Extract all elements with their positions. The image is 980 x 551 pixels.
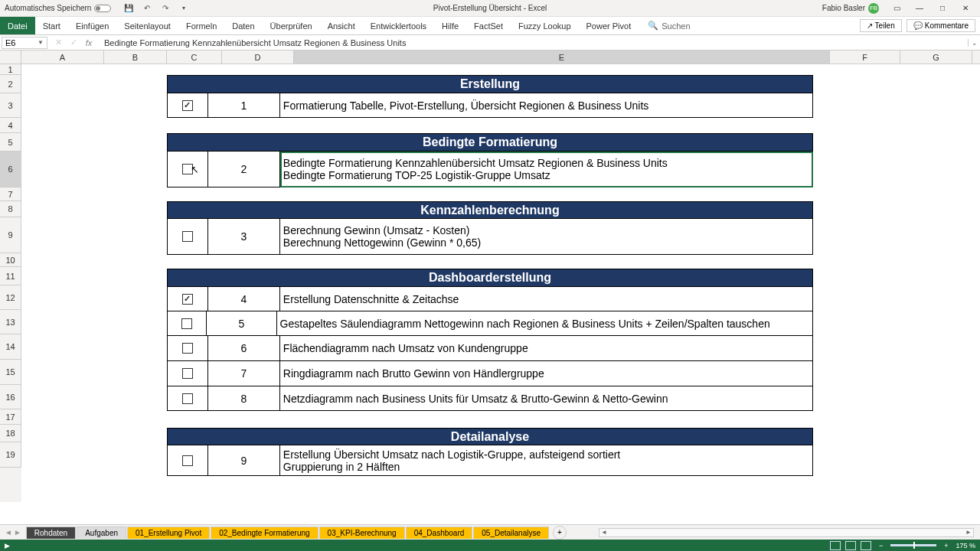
view-mode-icons[interactable]: [830, 541, 871, 550]
tab-ueberpruefen[interactable]: Überprüfen: [263, 17, 320, 34]
col-header-a[interactable]: A: [21, 51, 104, 64]
checkbox-cell[interactable]: [167, 93, 208, 118]
row-header-16[interactable]: 16: [0, 385, 21, 409]
zoom-out-icon[interactable]: −: [879, 542, 883, 549]
tab-ansicht[interactable]: Ansicht: [320, 17, 363, 34]
customize-qat-icon[interactable]: ▾: [178, 3, 189, 14]
tab-power-pivot[interactable]: Power Pivot: [579, 17, 639, 34]
sheet-tab-02[interactable]: 02_Bedingte Formatierung: [211, 527, 318, 539]
sheet-tab-03[interactable]: 03_KPI-Berechnung: [319, 527, 405, 539]
checkbox-cell[interactable]: [167, 336, 208, 361]
checkbox-icon[interactable]: [182, 368, 193, 379]
autosave-toggle[interactable]: Automatisches Speichern: [0, 4, 116, 12]
toggle-switch-icon[interactable]: [94, 5, 111, 12]
undo-icon[interactable]: ↶: [142, 3, 152, 14]
task-description[interactable]: Gestapeltes Säulendiagramm Nettogewinn n…: [277, 311, 813, 336]
row-header-11[interactable]: 11: [0, 267, 21, 285]
checkbox-cell[interactable]: ↖: [167, 152, 208, 187]
sheet-cells[interactable]: Erstellung 1 Formatierung Tabelle, Pivot…: [21, 64, 980, 502]
col-header-e[interactable]: E: [294, 51, 830, 64]
horizontal-scrollbar[interactable]: [599, 528, 974, 537]
share-button[interactable]: ↗ Teilen: [860, 19, 902, 32]
maximize-icon[interactable]: □: [931, 0, 954, 17]
tab-next-icon[interactable]: ►: [14, 528, 21, 536]
row-header-14[interactable]: 14: [0, 334, 21, 360]
checkbox-cell[interactable]: [167, 219, 208, 255]
task-number[interactable]: 8: [208, 386, 280, 411]
row-header-4[interactable]: 4: [0, 118, 21, 133]
tab-factset[interactable]: FactSet: [466, 17, 511, 34]
tab-seitenlayout[interactable]: Seitenlayout: [116, 17, 178, 34]
zoom-level[interactable]: 175 %: [956, 542, 975, 549]
name-box[interactable]: E6 ▼: [2, 37, 47, 49]
task-number[interactable]: 5: [207, 311, 276, 336]
search-box[interactable]: 🔍 Suchen: [648, 21, 690, 31]
row-header-6[interactable]: 6: [0, 152, 21, 187]
task-number[interactable]: 3: [208, 219, 280, 255]
col-header-f[interactable]: F: [830, 51, 900, 64]
checkbox-cell[interactable]: [167, 361, 208, 386]
fx-icon[interactable]: fx: [84, 38, 93, 47]
col-header-d[interactable]: D: [222, 51, 294, 64]
row-header-17[interactable]: 17: [0, 409, 21, 425]
checkbox-icon[interactable]: [182, 393, 193, 404]
task-number[interactable]: 1: [208, 93, 280, 118]
tab-nav[interactable]: ◄►: [0, 528, 26, 536]
col-header-b[interactable]: B: [104, 51, 167, 64]
tab-prev-icon[interactable]: ◄: [5, 528, 12, 536]
file-tab[interactable]: Datei: [0, 17, 35, 34]
normal-view-icon[interactable]: [830, 541, 841, 550]
task-number[interactable]: 4: [208, 287, 280, 311]
record-macro-icon[interactable]: ▶: [0, 542, 15, 549]
comments-button[interactable]: 💬 Kommentare: [906, 19, 975, 32]
checkbox-icon[interactable]: [182, 455, 193, 466]
checkbox-icon[interactable]: [182, 100, 193, 111]
save-icon[interactable]: 💾: [123, 3, 134, 14]
select-all-corner[interactable]: [0, 51, 21, 64]
sheet-tab-aufgaben[interactable]: Aufgaben: [77, 527, 126, 539]
task-number[interactable]: 2: [208, 152, 280, 187]
row-header-10[interactable]: 10: [0, 253, 21, 267]
task-description[interactable]: Formatierung Tabelle, Pivot-Erstellung, …: [280, 93, 813, 118]
row-header-8[interactable]: 8: [0, 201, 21, 217]
enter-formula-icon[interactable]: ✓: [69, 37, 78, 47]
page-break-view-icon[interactable]: [861, 541, 871, 550]
user-account[interactable]: Fabio Basler FB: [822, 3, 879, 14]
row-header-9[interactable]: 9: [0, 217, 21, 253]
close-icon[interactable]: ✕: [954, 0, 977, 17]
sheet-tab-rohdaten[interactable]: Rohdaten: [26, 527, 76, 539]
checkbox-cell[interactable]: [167, 386, 208, 411]
task-description[interactable]: Erstellung Übersicht Umsatz nach Logisti…: [280, 445, 813, 476]
row-header-19[interactable]: 19: [0, 442, 21, 468]
task-description[interactable]: Erstellung Datenschnitte & Zeitachse: [280, 287, 813, 311]
tab-hilfe[interactable]: Hilfe: [434, 17, 466, 34]
checkbox-icon[interactable]: [181, 318, 192, 329]
row-header-2[interactable]: 2: [0, 75, 21, 93]
tab-daten[interactable]: Daten: [224, 17, 262, 34]
checkbox-icon[interactable]: [182, 343, 193, 354]
col-header-c[interactable]: C: [167, 51, 222, 64]
new-sheet-button[interactable]: +: [553, 526, 567, 540]
row-header-18[interactable]: 18: [0, 425, 21, 442]
tab-einfuegen[interactable]: Einfügen: [68, 17, 116, 34]
tab-formeln[interactable]: Formeln: [178, 17, 224, 34]
checkbox-icon[interactable]: [182, 231, 193, 242]
task-description[interactable]: Netzdiagramm nach Business Units für Ums…: [280, 386, 813, 411]
checkbox-cell[interactable]: [167, 311, 207, 336]
sheet-tab-01[interactable]: 01_Erstellung Pivot: [127, 527, 210, 539]
row-header-3[interactable]: 3: [0, 93, 21, 118]
sheet-tab-04[interactable]: 04_Dashboard: [406, 527, 473, 539]
row-header-7[interactable]: 7: [0, 187, 21, 201]
task-number[interactable]: 9: [208, 445, 280, 476]
task-number[interactable]: 7: [208, 361, 280, 386]
ribbon-display-icon[interactable]: ▭: [885, 0, 908, 17]
task-description[interactable]: Flächendiagramm nach Umsatz von Kundengr…: [280, 336, 813, 361]
task-description-selected[interactable]: Bedingte Formatierung Kennzahlenübersich…: [280, 152, 813, 187]
namebox-dropdown-icon[interactable]: ▼: [38, 39, 44, 46]
row-header-12[interactable]: 12: [0, 285, 21, 310]
col-header-g[interactable]: G: [900, 51, 972, 64]
expand-formula-bar-icon[interactable]: ⌄: [968, 39, 980, 47]
task-description[interactable]: Ringdiagramm nach Brutto Gewinn von Händ…: [280, 361, 813, 386]
page-layout-view-icon[interactable]: [845, 541, 856, 550]
zoom-in-icon[interactable]: +: [944, 542, 948, 549]
